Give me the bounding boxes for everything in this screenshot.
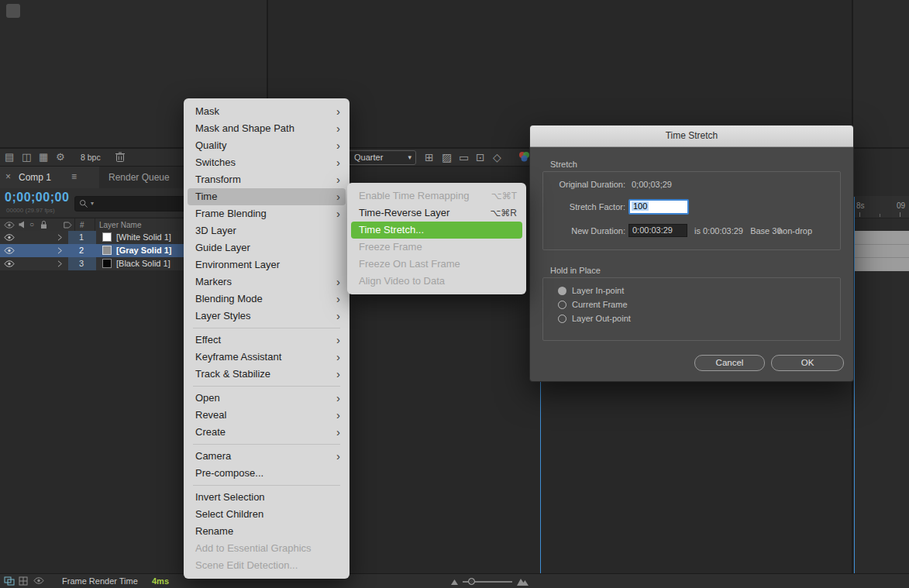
- right-timeline-bg: [853, 0, 909, 588]
- delete-icon[interactable]: [115, 151, 126, 163]
- search-caret-icon[interactable]: ▾: [91, 201, 94, 207]
- layer-name[interactable]: [White Solid 1]: [116, 232, 171, 242]
- menu-item-transform[interactable]: Transform›: [188, 171, 346, 188]
- menu-item-rename[interactable]: Rename: [188, 523, 346, 540]
- eye-icon[interactable]: [4, 234, 15, 241]
- layer-name-column-header[interactable]: Layer Name: [99, 221, 141, 229]
- new-folder-icon[interactable]: ◫: [22, 152, 31, 162]
- menu-item-blending-mode[interactable]: Blending Mode›: [188, 291, 346, 308]
- cancel-button[interactable]: Cancel: [694, 355, 765, 371]
- region-of-interest-icon[interactable]: ⊡: [476, 152, 485, 163]
- interpret-footage-icon[interactable]: ▤: [5, 152, 14, 162]
- corner-panel-icon[interactable]: [6, 4, 20, 18]
- label-column-tag-icon: [64, 222, 72, 229]
- new-duration-field[interactable]: 0:00:03:29: [628, 224, 687, 237]
- menu-item-create[interactable]: Create›: [188, 424, 346, 441]
- stretch-factor-input[interactable]: 100: [628, 199, 689, 215]
- expand-chevron-icon[interactable]: [57, 260, 63, 267]
- menu-item-time[interactable]: Time›: [188, 188, 346, 205]
- menu-item-mask[interactable]: Mask›: [188, 103, 346, 120]
- eye-icon[interactable]: [4, 247, 15, 254]
- preview-eye-icon[interactable]: [33, 577, 44, 584]
- new-duration-value: 0:00:03:29: [632, 225, 673, 235]
- submenu-arrow-icon: ›: [336, 154, 340, 171]
- menu-item-3d-layer[interactable]: 3D Layer: [188, 222, 346, 239]
- layer-swatch[interactable]: [102, 246, 112, 255]
- radio-layer-out-point[interactable]: Layer Out-point: [558, 314, 631, 323]
- submenu-arrow-icon: ›: [336, 349, 340, 366]
- tab-close-icon[interactable]: ×: [5, 171, 11, 182]
- menu-item-pre-compose[interactable]: Pre-compose...: [188, 465, 346, 482]
- menu-item-open[interactable]: Open›: [188, 390, 346, 407]
- layer-name[interactable]: [Black Solid 1]: [116, 259, 170, 268]
- project-settings-icon[interactable]: ⚙: [56, 152, 65, 162]
- radio-unselected-icon: [558, 315, 566, 323]
- grid-guides-icon[interactable]: ⊞: [425, 152, 434, 163]
- ruler-label-09: 09: [897, 201, 905, 210]
- radio-current-frame[interactable]: Current Frame: [558, 300, 628, 309]
- grid-icon[interactable]: [19, 576, 28, 586]
- resolution-dropdown[interactable]: Quarter ▾: [348, 150, 416, 165]
- new-duration-label: New Duration:: [542, 226, 625, 236]
- expand-chevron-icon[interactable]: [57, 247, 63, 254]
- menu-item-guide-layer[interactable]: Guide Layer: [188, 239, 346, 256]
- layer-swatch[interactable]: [102, 232, 112, 242]
- zoom-in-mountain-icon[interactable]: [517, 577, 529, 586]
- submenu-item-time-reverse-layer[interactable]: Time-Reverse Layer⌥⌘R: [351, 205, 522, 222]
- after-effects-window: ▤ ◫ ▦ ⚙ 8 bpc Quarter ▾ ⊞ ▨ ▭ ⊡ ◇: [0, 0, 909, 588]
- tab-comp-1[interactable]: × Comp 1 ≡: [0, 167, 99, 188]
- submenu-arrow-icon: ›: [336, 407, 340, 424]
- tab-render-queue[interactable]: Render Queue: [108, 172, 170, 183]
- menu-item-frame-blending[interactable]: Frame Blending›: [188, 205, 346, 222]
- menu-item-reveal[interactable]: Reveal›: [188, 407, 346, 424]
- mask-visibility-icon[interactable]: ▭: [459, 152, 469, 163]
- menu-item-quality[interactable]: Quality›: [188, 137, 346, 154]
- radio-unselected-icon: [558, 301, 566, 309]
- menu-item-markers[interactable]: Markers›: [188, 273, 346, 291]
- dialog-title[interactable]: Time Stretch: [530, 126, 853, 147]
- bit-depth-label[interactable]: 8 bpc: [81, 153, 101, 162]
- radio-label: Current Frame: [572, 300, 628, 309]
- menu-item-layer-styles[interactable]: Layer Styles›: [188, 308, 346, 325]
- stretch-factor-label: Stretch Factor:: [542, 202, 625, 211]
- menu-item-camera[interactable]: Camera›: [188, 448, 346, 465]
- eye-icon[interactable]: [4, 260, 15, 267]
- zoom-slider-handle[interactable]: [468, 578, 475, 585]
- ok-button[interactable]: OK: [771, 355, 844, 371]
- submenu-item-freeze-on-last-frame: Freeze On Last Frame: [351, 256, 522, 273]
- current-timecode[interactable]: 0;00;00;00: [5, 191, 69, 205]
- submenu-item-time-stretch[interactable]: Time Stretch...: [351, 222, 522, 239]
- menu-item-switches[interactable]: Switches›: [188, 154, 346, 171]
- layer-name[interactable]: [Gray Solid 1]: [116, 246, 172, 255]
- menu-item-invert-selection[interactable]: Invert Selection: [188, 489, 346, 506]
- submenu-arrow-icon: ›: [336, 424, 340, 441]
- menu-item-mask-and-shape-path[interactable]: Mask and Shape Path›: [188, 120, 346, 137]
- current-time-indicator-line[interactable]: [854, 197, 855, 573]
- radio-layer-in-point[interactable]: Layer In-point: [558, 286, 624, 295]
- menu-item-select-children[interactable]: Select Children: [188, 506, 346, 523]
- frame-render-time-label: Frame Render Time: [62, 576, 138, 586]
- menu-item-keyframe-assistant[interactable]: Keyframe Assistant›: [188, 349, 346, 366]
- hold-group-label: Hold in Place: [550, 266, 601, 275]
- menu-item-track-stabilize[interactable]: Track & Stabilize›: [188, 366, 346, 383]
- timeline-ruler[interactable]: 8s 09: [853, 196, 909, 218]
- audio-column-speaker-icon: [19, 221, 25, 229]
- expand-chevron-icon[interactable]: [57, 234, 63, 241]
- shortcut-label: ⌥⌘R: [491, 205, 518, 222]
- menu-item-environment-layer[interactable]: Environment Layer: [188, 256, 346, 273]
- menu-separator: [193, 485, 340, 486]
- channels-rgb-icon[interactable]: [518, 150, 530, 163]
- menu-item-scene-edit-detection: Scene Edit Detection...: [188, 557, 346, 574]
- pixel-aspect-icon[interactable]: ◇: [493, 152, 501, 163]
- column-divider: [74, 218, 75, 232]
- comp-time-indicator-line[interactable]: [540, 380, 541, 588]
- submenu-item-freeze-frame: Freeze Frame: [351, 239, 522, 256]
- tab-panel-menu-icon[interactable]: ≡: [71, 171, 77, 182]
- transparency-grid-icon[interactable]: ▨: [442, 152, 452, 163]
- submenu-arrow-icon: ›: [336, 103, 340, 120]
- layer-swatch[interactable]: [102, 259, 112, 268]
- zoom-out-mountain-icon[interactable]: [451, 579, 458, 585]
- new-composition-icon[interactable]: ▦: [39, 152, 48, 162]
- menu-item-effect[interactable]: Effect›: [188, 332, 346, 349]
- composition-mini-flowchart-icon[interactable]: [4, 576, 15, 586]
